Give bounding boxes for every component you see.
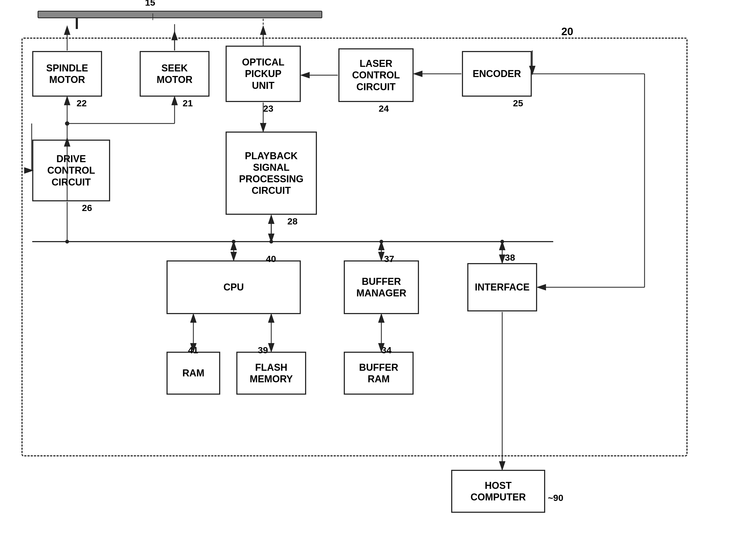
host-computer-block: HOSTCOMPUTER <box>451 470 545 513</box>
label-20: 20 <box>561 26 573 37</box>
label-26: 26 <box>82 203 92 213</box>
drive-control-block: DRIVECONTROLCIRCUIT <box>32 139 110 201</box>
label-28: 28 <box>287 216 298 227</box>
optical-pickup-block: OPTICALPICKUPUNIT <box>226 46 301 102</box>
label-25: 25 <box>513 98 523 108</box>
label-23: 23 <box>263 103 273 114</box>
label-40: 40 <box>266 254 276 264</box>
interface-block: INTERFACE <box>467 263 537 311</box>
disc-spindle <box>76 18 78 29</box>
buffer-ram-block: BUFFERRAM <box>344 352 414 395</box>
spindle-motor-block: SPINDLEMOTOR <box>32 51 102 97</box>
label-90: ~90 <box>548 493 563 503</box>
laser-control-block: LASERCONTROLCIRCUIT <box>338 48 414 102</box>
flash-memory-block: FLASHMEMORY <box>236 352 306 395</box>
label-38: 38 <box>505 252 515 263</box>
label-24: 24 <box>379 103 389 114</box>
label-15-arrow <box>152 14 153 20</box>
disc <box>37 11 322 18</box>
encoder-block: ENCODER <box>462 51 532 97</box>
ram-block: RAM <box>166 352 220 395</box>
label-37: 37 <box>384 254 394 264</box>
label-15: 15 <box>145 0 155 8</box>
buffer-manager-block: BUFFERMANAGER <box>344 260 419 314</box>
cpu-block: CPU <box>166 260 301 314</box>
label-21: 21 <box>183 98 193 108</box>
label-39: 39 <box>258 345 268 355</box>
label-22: 22 <box>77 98 87 108</box>
seek-motor-block: SEEKMOTOR <box>140 51 209 97</box>
label-41: 41 <box>188 345 198 355</box>
label-34: 34 <box>381 345 391 355</box>
playback-signal-block: PLAYBACKSIGNALPROCESSINGCIRCUIT <box>226 132 317 215</box>
